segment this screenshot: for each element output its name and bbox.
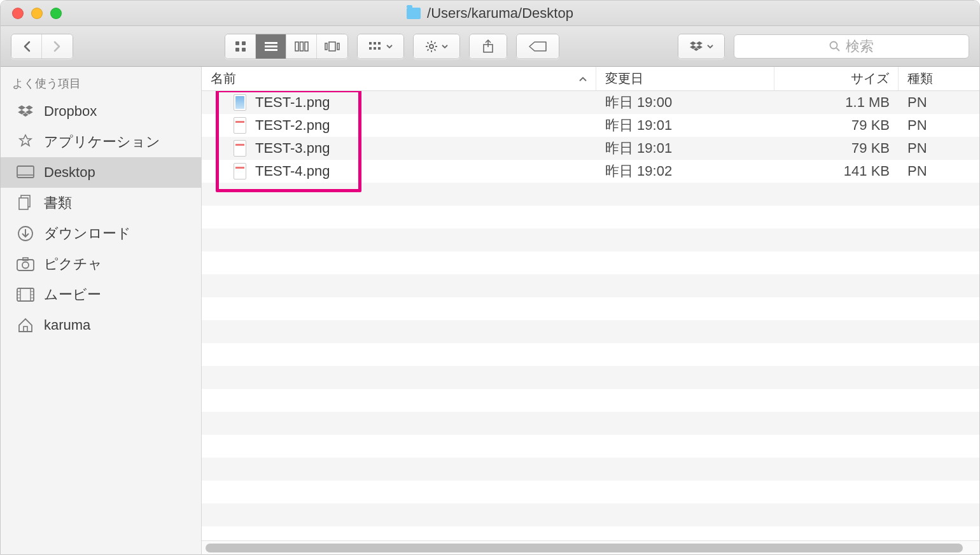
sidebar-item-label: ダウンロード (44, 224, 131, 243)
file-size: 79 KB (851, 140, 890, 157)
search-field[interactable]: 検索 (734, 34, 969, 59)
file-row[interactable]: TEST-4.png 昨日 19:02 141 KB PN (202, 160, 979, 183)
search-placeholder: 検索 (846, 37, 874, 56)
home-icon (16, 317, 35, 334)
documents-icon (16, 195, 35, 211)
sidebar-item-movies[interactable]: ムービー (1, 279, 201, 310)
svg-rect-9 (305, 42, 308, 51)
empty-row (202, 481, 979, 503)
svg-rect-2 (235, 48, 239, 52)
column-header-kind[interactable]: 種類 (899, 67, 979, 90)
svg-rect-50 (24, 327, 27, 332)
window-title: /Users/karuma/Desktop (1, 5, 979, 22)
svg-rect-8 (300, 42, 303, 51)
view-list-button[interactable] (256, 34, 286, 59)
close-window-button[interactable] (12, 8, 24, 19)
content-area: よく使う項目 Dropbox アプリケーション Desktop 書類 ダウンロー… (1, 67, 979, 554)
empty-row (202, 503, 979, 526)
file-row[interactable]: TEST-1.png 昨日 19:00 1.1 MB PN (202, 91, 979, 114)
scrollbar-thumb[interactable] (206, 544, 963, 552)
tags-button[interactable] (516, 34, 559, 59)
file-row[interactable]: TEST-3.png 昨日 19:01 79 KB PN (202, 137, 979, 160)
view-coverflow-button[interactable] (317, 34, 347, 59)
svg-rect-6 (265, 49, 277, 51)
svg-point-19 (430, 45, 433, 48)
sidebar-item-applications[interactable]: アプリケーション (1, 127, 201, 157)
minimize-window-button[interactable] (31, 8, 43, 19)
view-column-button[interactable] (286, 34, 317, 59)
column-header-date[interactable]: 変更日 (596, 67, 774, 90)
movies-icon (16, 286, 35, 303)
svg-rect-12 (337, 43, 339, 50)
downloads-icon (16, 225, 35, 242)
sort-ascending-icon (579, 76, 587, 81)
dropbox-icon (689, 41, 703, 52)
file-kind: PN (907, 163, 927, 179)
file-row[interactable]: TEST-2.png 昨日 19:01 79 KB PN (202, 114, 979, 137)
svg-rect-13 (369, 42, 372, 45)
chevron-down-icon (386, 45, 393, 48)
main-panel: 名前 変更日 サイズ 種類 TEST-1.png 昨日 19:00 1.1 MB… (202, 67, 979, 554)
desktop-icon (16, 164, 35, 181)
empty-row (202, 183, 979, 206)
file-date: 昨日 19:02 (605, 162, 672, 181)
column-header-name[interactable]: 名前 (202, 67, 596, 90)
toolbar: 検索 (1, 26, 979, 67)
window-controls (1, 8, 62, 19)
back-button[interactable] (11, 34, 42, 59)
file-thumbnail-icon (234, 117, 246, 134)
sidebar-item-documents[interactable]: 書類 (1, 188, 201, 218)
sidebar-item-dropbox[interactable]: Dropbox (1, 96, 201, 127)
svg-line-24 (428, 42, 429, 43)
dropbox-dropdown[interactable] (678, 34, 725, 59)
svg-rect-17 (374, 47, 376, 50)
svg-rect-1 (242, 41, 246, 45)
sidebar-item-downloads[interactable]: ダウンロード (1, 218, 201, 249)
file-kind: PN (907, 117, 927, 134)
view-mode-buttons (225, 34, 348, 59)
empty-row (202, 412, 979, 435)
column-header-size-label: サイズ (851, 70, 889, 87)
horizontal-scrollbar[interactable] (202, 540, 979, 554)
column-header-size[interactable]: サイズ (774, 67, 899, 90)
svg-rect-18 (378, 47, 381, 50)
svg-rect-35 (19, 198, 28, 209)
column-header-name-label: 名前 (211, 70, 236, 87)
column-header-date-label: 変更日 (605, 70, 643, 87)
gear-icon (425, 40, 438, 53)
arrange-dropdown[interactable] (357, 34, 404, 59)
chevron-down-icon (707, 45, 713, 48)
file-list[interactable]: TEST-1.png 昨日 19:00 1.1 MB PN TEST-2.png… (202, 91, 979, 540)
svg-rect-0 (235, 41, 239, 45)
view-icon-button[interactable] (225, 34, 256, 59)
sidebar-item-pictures[interactable]: ピクチャ (1, 249, 201, 279)
forward-button[interactable] (42, 34, 73, 59)
svg-rect-11 (325, 43, 327, 50)
svg-rect-4 (265, 42, 277, 44)
svg-rect-5 (265, 45, 277, 47)
empty-row (202, 389, 979, 412)
finder-window: /Users/karuma/Desktop (0, 0, 980, 555)
zoom-window-button[interactable] (50, 8, 62, 19)
empty-row (202, 458, 979, 481)
empty-row (202, 297, 979, 320)
share-button[interactable] (469, 34, 507, 59)
sidebar-item-desktop[interactable]: Desktop (1, 157, 201, 188)
empty-row (202, 228, 979, 251)
empty-row (202, 343, 979, 366)
sidebar-item-home[interactable]: karuma (1, 310, 201, 341)
file-name: TEST-3.png (255, 140, 330, 157)
file-date: 昨日 19:01 (605, 116, 672, 135)
titlebar: /Users/karuma/Desktop (1, 1, 979, 26)
svg-line-27 (434, 42, 435, 43)
sidebar-item-label: Desktop (44, 164, 95, 181)
svg-rect-7 (295, 42, 298, 51)
file-name: TEST-2.png (255, 117, 330, 134)
file-name: TEST-4.png (255, 163, 330, 179)
apps-icon (16, 134, 35, 150)
action-dropdown[interactable] (413, 34, 460, 59)
svg-line-26 (428, 49, 429, 50)
empty-row (202, 251, 979, 274)
sidebar-item-label: Dropbox (44, 103, 97, 120)
file-size: 1.1 MB (845, 94, 890, 111)
